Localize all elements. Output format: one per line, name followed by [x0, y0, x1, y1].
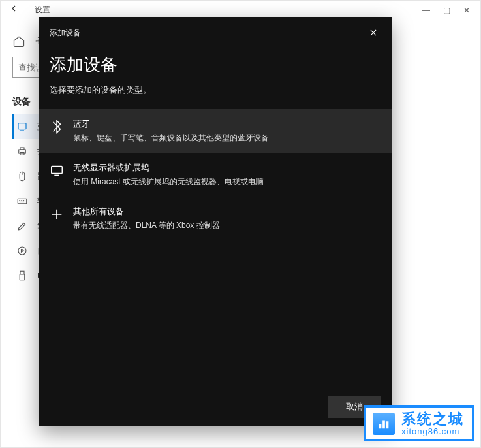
- option-desc: 带有无线适配器、DLNA 等的 Xbox 控制器: [73, 220, 220, 231]
- mouse-icon: [16, 170, 28, 182]
- watermark-name: 系统之城: [401, 411, 464, 427]
- dialog-small-title: 添加设备: [50, 27, 81, 39]
- option-desc: 鼠标、键盘、手写笔、音频设备以及其他类型的蓝牙设备: [73, 133, 269, 144]
- option-bluetooth[interactable]: 蓝牙 鼠标、键盘、手写笔、音频设备以及其他类型的蓝牙设备: [39, 109, 392, 153]
- dialog-subtitle: 选择要添加的设备的类型。: [39, 79, 392, 109]
- usb-icon: [16, 270, 28, 281]
- svg-rect-5: [18, 199, 27, 204]
- printer-icon: [16, 146, 28, 157]
- option-title: 蓝牙: [73, 118, 269, 130]
- svg-point-6: [20, 200, 20, 201]
- svg-rect-11: [20, 274, 25, 280]
- pen-icon: [16, 220, 28, 232]
- watermark-icon: [373, 413, 395, 435]
- close-icon: [369, 28, 378, 37]
- svg-point-7: [22, 200, 22, 201]
- svg-point-9: [18, 247, 26, 255]
- watermark-domain: xitong86.com: [401, 427, 464, 436]
- svg-point-8: [23, 200, 24, 201]
- close-window-button[interactable]: ✕: [463, 6, 470, 15]
- dialog-header: 添加设备: [39, 17, 392, 47]
- bluetooth-icon: [50, 120, 64, 134]
- window-controls: — ▢ ✕: [422, 6, 475, 15]
- display-icon: [50, 163, 64, 178]
- svg-rect-10: [20, 271, 24, 274]
- window-title: 设置: [22, 5, 422, 16]
- option-text: 无线显示器或扩展坞 使用 Miracast 或无线扩展坞的无线监视器、电视或电脑: [73, 162, 264, 187]
- option-text: 蓝牙 鼠标、键盘、手写笔、音频设备以及其他类型的蓝牙设备: [73, 118, 269, 144]
- svg-rect-1: [19, 150, 26, 153]
- dialog-footer: 取消: [39, 388, 392, 426]
- option-text: 其他所有设备 带有无线适配器、DLNA 等的 Xbox 控制器: [73, 206, 220, 231]
- minimize-button[interactable]: —: [422, 6, 430, 15]
- keyboard-icon: [16, 195, 28, 207]
- svg-rect-2: [20, 148, 24, 150]
- watermark-text: 系统之城 xitong86.com: [401, 411, 464, 436]
- svg-rect-0: [18, 123, 26, 129]
- option-other-devices[interactable]: 其他所有设备 带有无线适配器、DLNA 等的 Xbox 控制器: [39, 197, 392, 240]
- autoplay-icon: [16, 245, 28, 257]
- dialog-title: 添加设备: [39, 47, 392, 79]
- maximize-button[interactable]: ▢: [443, 6, 450, 15]
- home-icon: [12, 35, 25, 48]
- bluetooth-icon: [16, 121, 28, 133]
- plus-icon: [50, 207, 64, 221]
- option-wireless-display[interactable]: 无线显示器或扩展坞 使用 Miracast 或无线扩展坞的无线监视器、电视或电脑: [39, 153, 392, 197]
- close-dialog-button[interactable]: [364, 24, 382, 42]
- add-device-dialog: 添加设备 添加设备 选择要添加的设备的类型。 蓝牙 鼠标、键盘、手写笔、音频设备…: [39, 17, 392, 426]
- option-title: 其他所有设备: [73, 206, 220, 217]
- option-title: 无线显示器或扩展坞: [73, 162, 264, 174]
- watermark: 系统之城 xitong86.com: [364, 405, 474, 441]
- svg-rect-12: [52, 167, 63, 174]
- back-button[interactable]: [6, 1, 22, 20]
- option-desc: 使用 Miracast 或无线扩展坞的无线监视器、电视或电脑: [73, 176, 264, 187]
